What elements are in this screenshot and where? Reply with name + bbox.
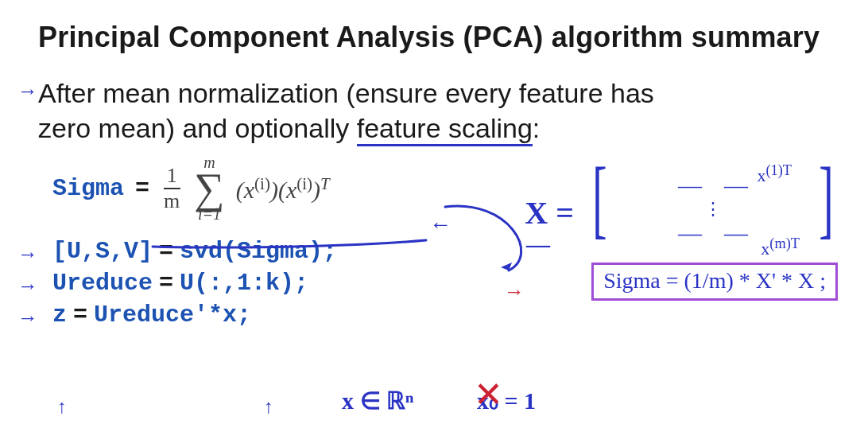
fraction-numerator: 1: [164, 164, 180, 189]
summation-symbol: m ∑ i=1: [194, 154, 225, 224]
sum-term: (x(i))(x(i))T: [236, 174, 330, 204]
slide-title: Principal Component Analysis (PCA) algor…: [38, 21, 836, 54]
hand-x-equals: X =: [525, 194, 574, 231]
hand-xmT: x(m)T: [761, 235, 800, 259]
code-z-rhs: Ureduce'*x;: [94, 301, 251, 329]
arrow-icon: →: [17, 243, 38, 266]
code-z-lhs: z: [52, 301, 67, 329]
body-line-2c: :: [533, 113, 540, 143]
fraction-1-over-m: 1 m: [161, 164, 183, 213]
hand-matrix: [ ] — — ⋮ — — x(1)T x(m)T: [590, 167, 836, 255]
code-z: z=Ureduce'*x;: [52, 301, 836, 329]
code-ureduce-rhs: U(:,1:k);: [180, 270, 308, 297]
body-line-2b: feature scaling: [357, 113, 533, 146]
arrow-icon: →: [504, 280, 525, 304]
cross-out-icon: ✕: [474, 374, 487, 415]
body-text: After mean normalization (ensure every f…: [38, 76, 836, 146]
code-svd-rhs: svd(Sigma);: [180, 238, 337, 265]
arrow-icon: →: [17, 80, 38, 103]
up-arrow-icon: ↑: [57, 396, 67, 418]
hand-x-in-Rn: x ∈ ℝⁿ: [342, 387, 413, 414]
equals-sign: =: [135, 175, 149, 202]
arrow-icon: →: [17, 274, 38, 298]
body-line-2a: zero mean) and optionally: [38, 113, 357, 143]
sigma-label: Sigma: [52, 175, 124, 202]
fraction-denominator: m: [161, 189, 183, 213]
arrow-icon: ←: [429, 212, 451, 237]
hand-dash: —: [526, 231, 550, 258]
hand-sigma-boxed: Sigma = (1/m) * X' * X ;: [591, 263, 838, 301]
arrow-icon: →: [17, 306, 38, 330]
up-arrow-icon: ↑: [264, 396, 273, 418]
code-ureduce-lhs: Ureduce: [52, 270, 153, 297]
sum-lower: i=1: [198, 205, 221, 224]
body-line-1: After mean normalization (ensure every f…: [38, 78, 654, 108]
slide: Principal Component Analysis (PCA) algor…: [0, 0, 868, 424]
hand-x1T: x(1)T: [757, 162, 792, 186]
code-svd-lhs: [U,S,V]: [52, 238, 153, 265]
